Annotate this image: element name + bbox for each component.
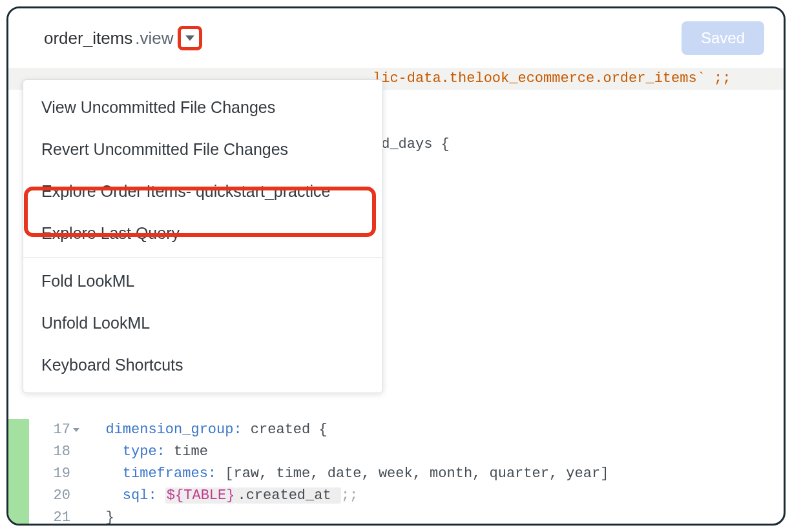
menu-item-view-uncommitted[interactable]: View Uncommitted File Changes [23,87,382,128]
code-token: dimension_group: [105,422,242,438]
code-token: ;; [341,487,358,504]
code-token: sql: [123,487,157,504]
file-menu-dropdown-button[interactable] [178,26,202,50]
code-token: ed_days { [373,136,450,152]
code-line [8,397,784,419]
file-context-menu: View Uncommitted File Changes Revert Unc… [23,79,383,393]
code-line-18: 18 type: time [8,441,784,463]
gutter-marker-modified [8,419,29,441]
gutter-marker-modified [8,441,29,463]
editor-header: order_items.view Saved [8,8,784,68]
code-line-17: 17 dimension_group: created { [8,419,784,441]
menu-separator [23,257,382,258]
code-token: } [105,509,114,526]
caret-down-icon [185,34,194,43]
menu-item-unfold-lookml[interactable]: Unfold LookML [23,302,382,344]
menu-item-fold-lookml[interactable]: Fold LookML [23,260,382,302]
menu-item-explore-last-query[interactable]: Explore Last Query [23,212,382,254]
code-line-21: 21 } [8,507,784,526]
line-number[interactable]: 17 [29,419,79,441]
menu-item-explore-order-items[interactable]: Explore Order Items- quickstart_practice [23,170,382,212]
line-number[interactable]: 20 [29,485,79,507]
file-title: order_items.view [44,26,202,50]
code-token: type: [123,444,165,460]
code-token: created [251,422,310,438]
line-number[interactable]: 18 [29,441,79,463]
menu-item-keyboard-shortcuts[interactable]: Keyboard Shortcuts [23,344,382,386]
code-token: [raw, time, date, week, month, quarter, … [216,466,609,482]
gutter-marker-modified [8,485,29,507]
code-token: timeframes: [123,466,216,482]
code-token: { [310,422,327,438]
code-token: lic-data.thelook_ecommerce.order_items` … [373,70,731,87]
file-title-base: order_items [44,28,132,48]
gutter-marker-modified [8,507,29,526]
code-token-macro: ${TABLE} [165,487,236,504]
code-token: time [165,444,208,460]
editor-window: order_items.view Saved lic-data.thelook_… [6,6,786,526]
menu-item-revert-uncommitted[interactable]: Revert Uncommitted File Changes [23,128,382,170]
code-token: .created_at [236,487,340,504]
code-line-20: 20 sql: ${TABLE}.created_at ;; [8,485,784,507]
line-number[interactable]: 21 [29,507,79,526]
gutter-marker-modified [8,463,29,485]
line-number[interactable]: 19 [29,463,79,485]
saved-button[interactable]: Saved [682,21,764,55]
file-title-ext: .view [135,28,173,48]
code-line-19: 19 timeframes: [raw, time, date, week, m… [8,463,784,485]
